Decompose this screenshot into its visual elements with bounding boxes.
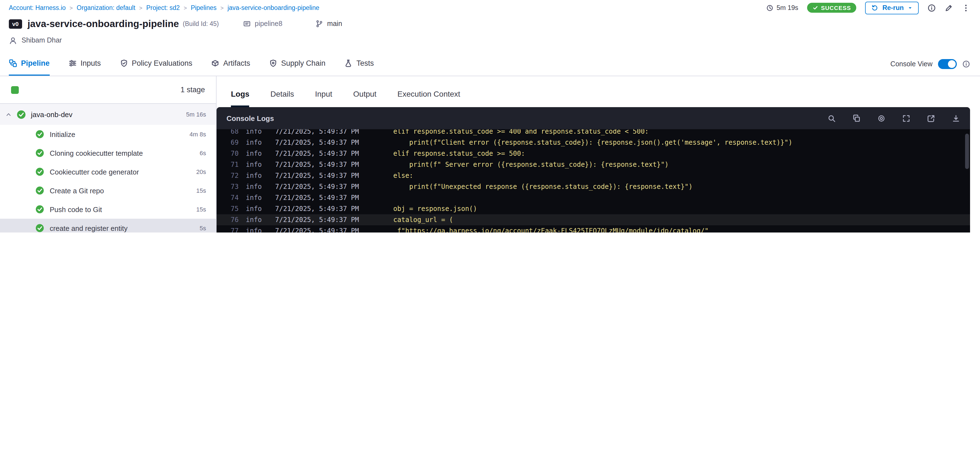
stage-success-icon bbox=[17, 110, 26, 119]
log-text: elif response.status_code >= 400 and res… bbox=[377, 129, 649, 135]
tab-label: Pipeline bbox=[21, 59, 50, 67]
tab-input[interactable]: Input bbox=[315, 89, 332, 107]
pipeline-tag[interactable]: pipeline8 bbox=[243, 20, 282, 28]
open-in-new-icon[interactable] bbox=[927, 114, 935, 122]
status-label: SUCCESS bbox=[821, 5, 851, 11]
breadcrumb-separator: > bbox=[139, 5, 143, 11]
console-header: Console Logs bbox=[216, 107, 970, 129]
copy-icon[interactable] bbox=[853, 114, 861, 122]
tab-label: Policy Evaluations bbox=[132, 59, 192, 67]
tab-artifacts[interactable]: Artifacts bbox=[211, 52, 250, 76]
step-name: create and register entity bbox=[50, 224, 127, 232]
log-row: 70info7/21/2025, 5:49:37 PM elif respons… bbox=[216, 148, 970, 159]
step-item[interactable]: Create a Git repo15s bbox=[0, 181, 216, 200]
edit-pipeline-button[interactable] bbox=[945, 3, 953, 12]
branch-tag[interactable]: main bbox=[315, 20, 342, 28]
console-view-control: Console View bbox=[891, 52, 970, 76]
rerun-button[interactable]: Re-run bbox=[865, 2, 919, 14]
clock-icon bbox=[766, 4, 773, 11]
fullscreen-icon[interactable] bbox=[902, 114, 910, 122]
step-name: Initialize bbox=[50, 130, 75, 138]
step-name: Cookiecutter code generator bbox=[50, 168, 139, 176]
log-timestamp: 7/21/2025, 5:49:37 PM bbox=[275, 203, 369, 214]
log-level: info bbox=[246, 148, 268, 159]
check-icon bbox=[813, 5, 818, 11]
check-circle-icon bbox=[35, 130, 44, 139]
status-badge: SUCCESS bbox=[807, 3, 856, 13]
line-number: 71 bbox=[216, 159, 239, 170]
top-right-actions: 5m 19s SUCCESS Re-run bbox=[766, 2, 970, 14]
log-timestamp: 7/21/2025, 5:49:37 PM bbox=[275, 148, 369, 159]
log-row: 73info7/21/2025, 5:49:37 PM print(f"Unex… bbox=[216, 181, 970, 192]
search-icon[interactable] bbox=[827, 114, 836, 122]
log-row: 77info7/21/2025, 5:49:37 PM f"https://qa… bbox=[216, 225, 970, 233]
breadcrumb-item[interactable]: Organization: default bbox=[77, 5, 135, 11]
log-timestamp: 7/21/2025, 5:49:37 PM bbox=[275, 170, 369, 181]
step-duration: 15s bbox=[196, 187, 206, 194]
check-circle-icon bbox=[35, 224, 44, 233]
stage-duration: 5m 16s bbox=[186, 111, 206, 117]
console-view-toggle[interactable] bbox=[938, 59, 957, 69]
artifacts-icon bbox=[211, 59, 219, 67]
collapse-chevron-icon[interactable] bbox=[6, 111, 11, 117]
breadcrumb-item[interactable]: java-service-onboarding-pipeline bbox=[228, 5, 319, 11]
step-item[interactable]: Cloning cookiecutter template6s bbox=[0, 144, 216, 162]
tab-inputs[interactable]: Inputs bbox=[68, 52, 101, 76]
tab-policy-evaluations[interactable]: Policy Evaluations bbox=[119, 52, 192, 76]
breadcrumb-item[interactable]: Project: sd2 bbox=[146, 5, 180, 11]
console-view-label: Console View bbox=[891, 60, 932, 68]
log-body: 68info7/21/2025, 5:49:37 PM elif respons… bbox=[216, 129, 970, 233]
check-circle-icon bbox=[35, 186, 44, 195]
log-timestamp: 7/21/2025, 5:49:37 PM bbox=[275, 181, 369, 192]
version-badge: v0 bbox=[9, 19, 22, 29]
content: 1 stage java-onb-dev 5m 16s Initialize4m… bbox=[0, 76, 980, 233]
scrollbar-thumb[interactable] bbox=[965, 134, 969, 169]
log-message: print(f"Unexpected response ({response.s… bbox=[377, 181, 693, 192]
log-text: catalog_url = ( bbox=[377, 216, 453, 224]
pipeline-card-icon bbox=[243, 20, 251, 28]
log-row: 74info7/21/2025, 5:49:37 PM bbox=[216, 192, 970, 203]
stage-row[interactable]: java-onb-dev 5m 16s bbox=[0, 104, 216, 125]
inputs-icon bbox=[68, 59, 77, 67]
step-item[interactable]: Cookiecutter code generator20s bbox=[0, 162, 216, 181]
step-list: Initialize4m 8sCloning cookiecutter temp… bbox=[0, 125, 216, 233]
log-level: info bbox=[246, 225, 268, 233]
tab-output[interactable]: Output bbox=[353, 89, 377, 107]
toggle-knob bbox=[948, 60, 956, 68]
line-number: 69 bbox=[216, 137, 239, 148]
run-duration-label: 5m 19s bbox=[776, 4, 798, 12]
tab-details[interactable]: Details bbox=[270, 89, 294, 107]
breadcrumb-separator: > bbox=[70, 5, 73, 11]
avatar-icon bbox=[9, 36, 17, 44]
log-text: elif response.status_code >= 500: bbox=[377, 150, 525, 157]
log-row: 72info7/21/2025, 5:49:37 PM else: bbox=[216, 170, 970, 181]
tab-tests[interactable]: Tests bbox=[344, 52, 374, 76]
tab-logs[interactable]: Logs bbox=[231, 89, 250, 107]
log-text: print(f"Client error ({response.status_c… bbox=[377, 139, 792, 146]
info-icon[interactable] bbox=[928, 3, 936, 12]
pipeline-icon bbox=[9, 59, 17, 67]
log-link[interactable]: https://qa.harness.io/ng/account/zEaak-F… bbox=[405, 227, 705, 233]
log-text: " bbox=[705, 227, 708, 233]
step-duration: 4m 8s bbox=[189, 131, 206, 138]
step-item[interactable]: create and register entity5s bbox=[0, 219, 216, 233]
step-item[interactable]: Initialize4m 8s bbox=[0, 125, 216, 144]
download-icon[interactable] bbox=[952, 114, 960, 122]
settings-icon[interactable] bbox=[877, 114, 886, 122]
tab-label: Artifacts bbox=[223, 59, 250, 67]
pipeline-tag-label: pipeline8 bbox=[255, 20, 282, 28]
breadcrumb-item[interactable]: Account: Harness.io bbox=[9, 5, 66, 11]
tab-execution-context[interactable]: Execution Context bbox=[398, 89, 460, 107]
more-options-button[interactable] bbox=[962, 3, 970, 12]
console-view-info-icon[interactable] bbox=[963, 60, 970, 68]
check-circle-icon bbox=[35, 167, 44, 176]
stage-count-label: 1 stage bbox=[180, 86, 205, 94]
tab-pipeline[interactable]: Pipeline bbox=[9, 52, 50, 76]
log-text: print(f"Unexpected response ({response.s… bbox=[377, 183, 693, 190]
breadcrumb-item[interactable]: Pipelines bbox=[191, 5, 216, 11]
log-message: f"https://qa.harness.io/ng/account/zEaak… bbox=[377, 225, 708, 233]
step-item[interactable]: Push code to Git15s bbox=[0, 200, 216, 219]
tab-supply-chain[interactable]: Supply Chain bbox=[269, 52, 326, 76]
line-number: 72 bbox=[216, 170, 239, 181]
console-logs-title: Console Logs bbox=[226, 114, 274, 122]
